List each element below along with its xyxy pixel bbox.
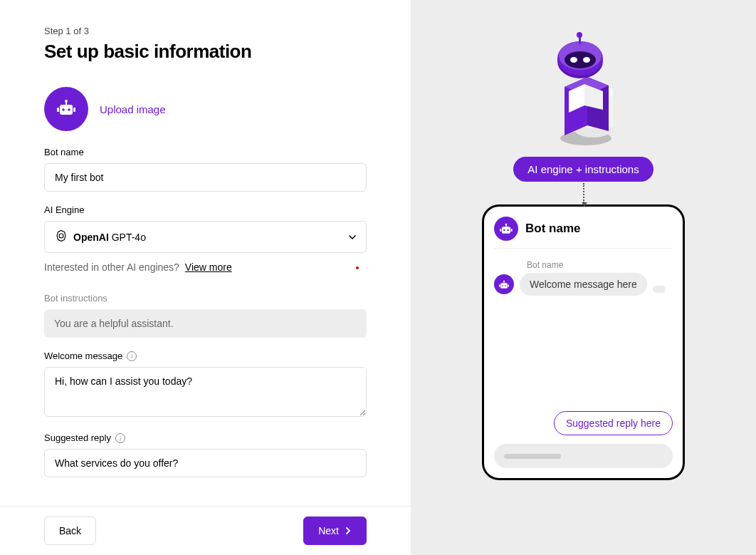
openai-icon <box>55 229 68 244</box>
welcome-message-input[interactable]: Hi, how can I assist you today? <box>44 367 367 417</box>
svg-point-6 <box>68 108 70 111</box>
welcome-message-bubble: Welcome message here <box>520 273 647 296</box>
ai-engine-label: AI Engine <box>44 204 367 215</box>
svg-point-32 <box>502 285 503 286</box>
svg-rect-18 <box>579 37 581 44</box>
chat-input-bar <box>494 444 673 468</box>
ai-engine-select[interactable]: OpenAI GPT-4o <box>44 221 367 253</box>
svg-rect-22 <box>502 227 510 233</box>
suggested-reply-label: Suggested reply <box>44 432 111 443</box>
info-icon[interactable]: i <box>127 351 137 361</box>
svg-rect-2 <box>60 105 73 115</box>
svg-rect-23 <box>500 229 501 232</box>
page-title: Set up basic information <box>44 41 367 63</box>
ai-engine-helper-text: Interested in other AI engines? <box>44 261 179 273</box>
view-more-link[interactable]: View more <box>185 261 232 273</box>
message-avatar <box>494 274 514 294</box>
bot-instructions-label: Bot instructions <box>44 293 367 304</box>
suggested-reply-pill: Suggested reply here <box>554 411 673 435</box>
svg-rect-24 <box>511 229 513 232</box>
next-button[interactable]: Next <box>303 517 367 545</box>
bot-instructions-value: You are a helpful assistant. <box>44 309 367 338</box>
upload-image-link[interactable]: Upload image <box>100 103 166 115</box>
svg-point-26 <box>507 229 508 231</box>
svg-rect-3 <box>57 108 59 112</box>
chat-bot-label: Bot name <box>527 260 673 270</box>
chevron-right-icon <box>345 525 352 536</box>
chat-preview-card: Bot name Bot name <box>482 204 685 480</box>
svg-rect-4 <box>73 108 75 112</box>
robot-mascot-icon <box>537 24 630 148</box>
svg-rect-1 <box>65 102 67 105</box>
info-icon[interactable]: i <box>115 433 125 443</box>
back-button[interactable]: Back <box>44 517 96 545</box>
svg-point-17 <box>583 57 590 63</box>
bot-name-label: Bot name <box>44 147 367 157</box>
robot-icon <box>56 99 77 119</box>
bot-avatar-circle[interactable] <box>44 87 88 131</box>
svg-point-25 <box>503 229 505 231</box>
next-button-label: Next <box>318 525 339 536</box>
chat-avatar <box>494 217 518 241</box>
svg-rect-30 <box>499 284 500 286</box>
svg-rect-29 <box>500 283 508 288</box>
welcome-message-label: Welcome message <box>44 351 122 361</box>
chat-input-placeholder <box>504 454 561 459</box>
notification-dot-icon <box>356 266 359 269</box>
chat-preview-title: Bot name <box>525 222 580 236</box>
chevron-down-icon <box>349 232 356 243</box>
svg-point-5 <box>62 108 65 111</box>
svg-rect-28 <box>503 281 504 283</box>
ai-engine-model: GPT-4o <box>112 232 146 243</box>
svg-rect-31 <box>508 284 509 286</box>
svg-point-16 <box>570 57 577 63</box>
engine-instructions-pill: AI engine + instructions <box>513 157 653 182</box>
svg-point-33 <box>505 285 506 286</box>
svg-rect-21 <box>505 225 506 227</box>
message-tail <box>653 286 666 293</box>
suggested-reply-input[interactable] <box>44 449 367 477</box>
svg-point-19 <box>577 32 582 38</box>
ai-engine-brand: OpenAI <box>73 232 109 243</box>
svg-point-7 <box>59 234 63 238</box>
step-indicator: Step 1 of 3 <box>44 26 367 36</box>
svg-point-15 <box>565 51 596 68</box>
bot-name-input[interactable] <box>44 163 367 192</box>
arrow-down-icon <box>583 183 584 203</box>
